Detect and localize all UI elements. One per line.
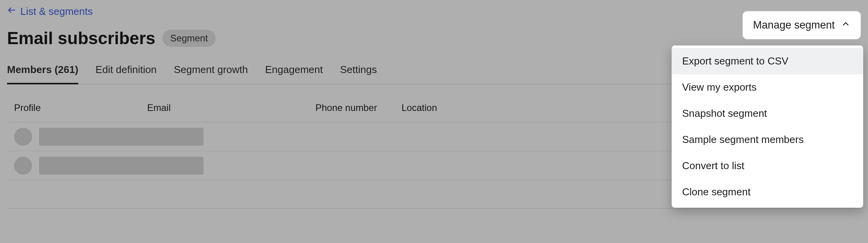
col-profile: Profile bbox=[14, 102, 147, 113]
skeleton-text bbox=[39, 157, 203, 175]
arrow-left-icon bbox=[7, 5, 16, 18]
tab-engagement[interactable]: Engagement bbox=[265, 64, 323, 84]
menu-export-csv[interactable]: Export segment to CSV bbox=[672, 48, 863, 74]
skeleton-text bbox=[39, 128, 203, 146]
page-title: Email subscribers bbox=[7, 29, 155, 48]
menu-snapshot-segment[interactable]: Snapshot segment bbox=[672, 100, 863, 127]
menu-view-exports[interactable]: View my exports bbox=[672, 74, 863, 100]
menu-convert-to-list[interactable]: Convert to list bbox=[672, 153, 863, 179]
tab-settings[interactable]: Settings bbox=[340, 64, 377, 84]
col-phone: Phone number bbox=[315, 102, 402, 113]
tab-members[interactable]: Members (261) bbox=[7, 64, 78, 84]
breadcrumb-back[interactable]: List & segments bbox=[7, 5, 93, 18]
manage-segment-dropdown: Export segment to CSV View my exports Sn… bbox=[672, 45, 863, 208]
chevron-up-icon bbox=[841, 19, 850, 31]
tab-edit-definition[interactable]: Edit definition bbox=[95, 64, 157, 84]
skeleton-avatar bbox=[14, 128, 32, 146]
col-email: Email bbox=[147, 102, 315, 113]
manage-segment-button[interactable]: Manage segment bbox=[742, 11, 861, 39]
menu-sample-members[interactable]: Sample segment members bbox=[672, 127, 863, 153]
tab-segment-growth[interactable]: Segment growth bbox=[174, 64, 248, 84]
segment-chip: Segment bbox=[162, 30, 216, 47]
breadcrumb-label: List & segments bbox=[20, 5, 93, 18]
manage-segment-label: Manage segment bbox=[753, 19, 835, 31]
skeleton-avatar bbox=[14, 157, 32, 175]
col-location: Location bbox=[402, 102, 503, 113]
menu-clone-segment[interactable]: Clone segment bbox=[672, 179, 863, 205]
